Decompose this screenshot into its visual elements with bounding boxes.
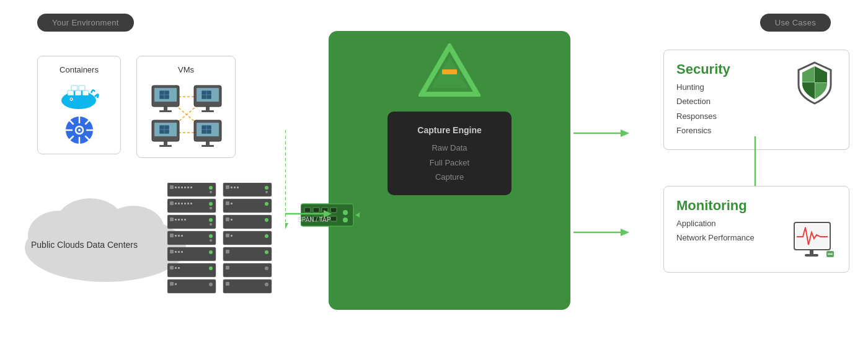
svg-rect-106 (167, 247, 216, 261)
vms-box: VMs (136, 56, 236, 158)
svg-point-13 (343, 217, 348, 222)
svg-point-148 (265, 283, 268, 286)
svg-rect-19 (82, 90, 89, 95)
svg-rect-133 (226, 217, 229, 221)
svg-point-98 (210, 223, 212, 226)
svg-point-90 (210, 207, 212, 209)
top-right-label-text: Use Cases (775, 18, 816, 27)
svg-rect-121 (223, 183, 272, 196)
left-rack (167, 183, 216, 293)
svg-rect-118 (170, 282, 174, 286)
monitor-icon-wrap (793, 221, 836, 261)
vm-connections-svg (147, 81, 226, 149)
svg-rect-62 (206, 141, 210, 145)
svg-point-105 (210, 239, 212, 242)
svg-rect-143 (223, 263, 272, 277)
svg-rect-113 (170, 266, 174, 270)
vm-grid (147, 81, 226, 149)
svg-rect-160 (805, 254, 818, 257)
svg-rect-41 (164, 107, 167, 110)
svg-rect-83 (175, 203, 177, 204)
svg-rect-129 (226, 201, 229, 205)
containers-box: Containers (37, 56, 121, 154)
security-box: Security Hunting Detection Responses For… (663, 50, 849, 150)
center-green-bg: Capture Engine Raw Data Full Packet Capt… (329, 31, 570, 310)
svg-rect-94 (178, 219, 180, 221)
svg-point-131 (265, 202, 268, 206)
svg-rect-87 (187, 203, 189, 204)
svg-rect-75 (181, 187, 183, 188)
monitoring-title: Monitoring (676, 198, 784, 214)
svg-rect-102 (178, 235, 180, 237)
vertical-connector (754, 136, 756, 186)
svg-point-12 (343, 210, 348, 215)
svg-rect-84 (178, 203, 180, 204)
container-icons (46, 81, 112, 145)
svg-point-23 (71, 99, 72, 100)
svg-rect-147 (226, 282, 229, 286)
svg-rect-107 (170, 250, 174, 253)
svg-point-139 (265, 234, 268, 238)
svg-rect-101 (175, 235, 177, 237)
svg-rect-91 (167, 215, 216, 229)
svg-rect-103 (181, 235, 183, 237)
svg-point-135 (265, 218, 268, 222)
svg-rect-119 (175, 283, 177, 285)
svg-rect-21 (79, 86, 85, 90)
svg-rect-81 (167, 199, 216, 213)
server-racks (167, 183, 276, 300)
svg-point-127 (265, 191, 268, 193)
svg-marker-152 (621, 130, 629, 137)
svg-point-104 (209, 234, 213, 238)
shield-icon (796, 61, 833, 105)
center-to-right-arrow-top (574, 124, 636, 143)
monitoring-content: Monitoring Application Network Performan… (676, 198, 784, 245)
svg-rect-55 (164, 141, 167, 145)
security-item-2: Detection (676, 94, 787, 108)
svg-point-142 (265, 250, 268, 254)
security-item-4: Forensics (676, 123, 787, 138)
svg-point-116 (209, 266, 213, 270)
svg-point-145 (265, 266, 268, 270)
top-right-label: Use Cases (760, 14, 831, 32)
svg-rect-124 (234, 187, 236, 188)
vms-label: VMs (147, 65, 225, 74)
server-rack-svg (167, 183, 276, 297)
svg-rect-115 (178, 267, 180, 269)
svg-rect-137 (226, 234, 229, 237)
raw-data-label: Raw Data (402, 141, 497, 155)
svg-rect-49 (202, 110, 214, 112)
svg-rect-96 (184, 219, 186, 221)
svg-marker-154 (621, 229, 629, 236)
svg-rect-18 (75, 90, 81, 95)
svg-rect-141 (226, 250, 229, 253)
kubernetes-icon (64, 115, 94, 145)
top-left-label-text: Your Environment (52, 18, 119, 27)
monitoring-item-2: Network Performance (676, 231, 784, 245)
svg-rect-128 (223, 199, 272, 213)
svg-rect-136 (223, 231, 272, 245)
brand-logo (418, 43, 480, 102)
cloud-text: Public Clouds Data Centers (31, 239, 138, 252)
svg-rect-93 (175, 219, 177, 221)
svg-rect-109 (178, 251, 180, 253)
svg-rect-72 (170, 185, 174, 189)
containers-label: Containers (46, 65, 112, 74)
svg-rect-110 (181, 251, 183, 253)
svg-rect-138 (231, 235, 232, 237)
svg-point-97 (209, 218, 213, 222)
center-data-text: Capture Engine Raw Data Full Packet Capt… (402, 123, 497, 184)
security-title: Security (676, 61, 787, 77)
svg-rect-92 (170, 217, 174, 221)
center-data-box: Capture Engine Raw Data Full Packet Capt… (388, 112, 512, 195)
monitoring-item-1: Application (676, 216, 784, 231)
svg-rect-56 (159, 145, 172, 147)
svg-point-79 (209, 186, 213, 190)
cloud-section: Public Clouds Data Centers (19, 180, 192, 288)
security-items: Hunting Detection Responses Forensics (676, 80, 787, 138)
center-to-right-arrow-bottom (574, 223, 636, 242)
svg-point-89 (209, 202, 213, 206)
svg-point-26 (78, 129, 81, 131)
svg-rect-123 (231, 187, 232, 188)
cloud-svg (19, 180, 192, 285)
